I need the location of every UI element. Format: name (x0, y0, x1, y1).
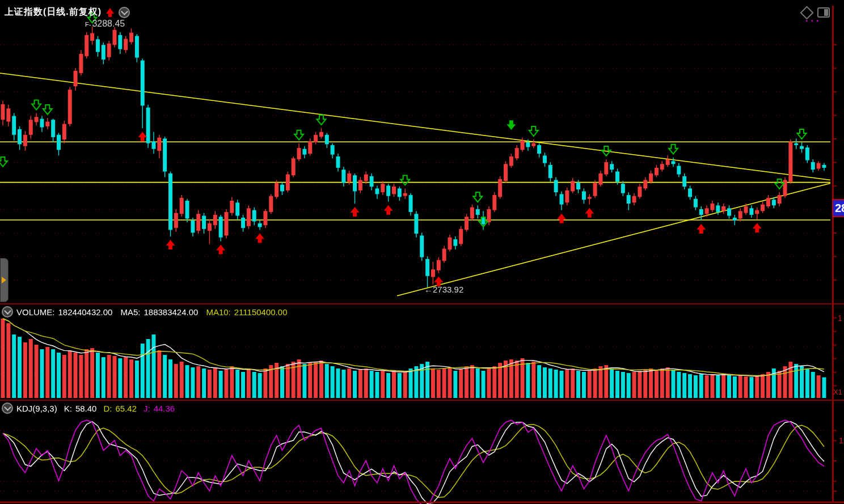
kdj-panel-header: KDJ(9,3,3) K: 58.40 D: 65.42 J: 44.36 (2, 403, 175, 414)
collapse-main-button[interactable] (119, 7, 130, 18)
chart-canvas[interactable] (0, 0, 844, 504)
ma10-value: 211150400.00 (234, 307, 288, 317)
j-value: 44.36 (154, 404, 175, 413)
ma5-value: 188383424.00 (144, 307, 198, 317)
j-label: J: (144, 404, 150, 413)
panel-fill (824, 9, 828, 16)
k-value: 58.40 (75, 404, 97, 413)
clipped-kdj-axis-label: 1 (839, 436, 843, 445)
volume-value: 182440432.00 (58, 307, 113, 317)
chart-header: 上证指数(日线.前复权) (5, 6, 130, 18)
current-price-badge: 28 (832, 199, 844, 217)
more-dots-indicator: ... (805, 14, 821, 24)
chevron-down-icon (4, 307, 11, 315)
peak-price-label: F-3288.45 (85, 19, 125, 29)
stock-chart-app: 上证指数(日线.前复权) F-3288.45 ←2733.92 28 ... V… (0, 0, 844, 504)
low-price-label: ←2733.92 (424, 285, 463, 294)
volume-panel-header: VOLUME: 182440432.00 MA5: 188383424.00 M… (2, 306, 287, 317)
peak-flag: F- (85, 21, 91, 28)
k-label: K: (64, 404, 72, 413)
ma10-label: MA10: (206, 307, 230, 317)
collapse-volume-button[interactable] (2, 306, 13, 317)
collapse-kdj-button[interactable] (2, 403, 13, 414)
volume-scale-label: X1 (833, 388, 842, 396)
chevron-down-icon (4, 404, 11, 411)
chart-title: 上证指数(日线.前复权) (5, 6, 102, 18)
kdj-label: KDJ(9,3,3) (16, 404, 57, 413)
signal-up-arrow-icon (106, 8, 114, 14)
chevron-down-icon (121, 8, 128, 15)
sidebar-expand-tab[interactable] (0, 258, 9, 302)
d-label: D: (103, 404, 112, 413)
d-value: 65.42 (115, 404, 137, 413)
volume-label: VOLUME: (16, 307, 55, 317)
peak-price-value: 3288.45 (92, 19, 125, 28)
clipped-volume-axis-label: 1 (838, 314, 842, 323)
ma5-label: MA5: (120, 307, 140, 317)
right-triangle-icon (2, 277, 6, 283)
